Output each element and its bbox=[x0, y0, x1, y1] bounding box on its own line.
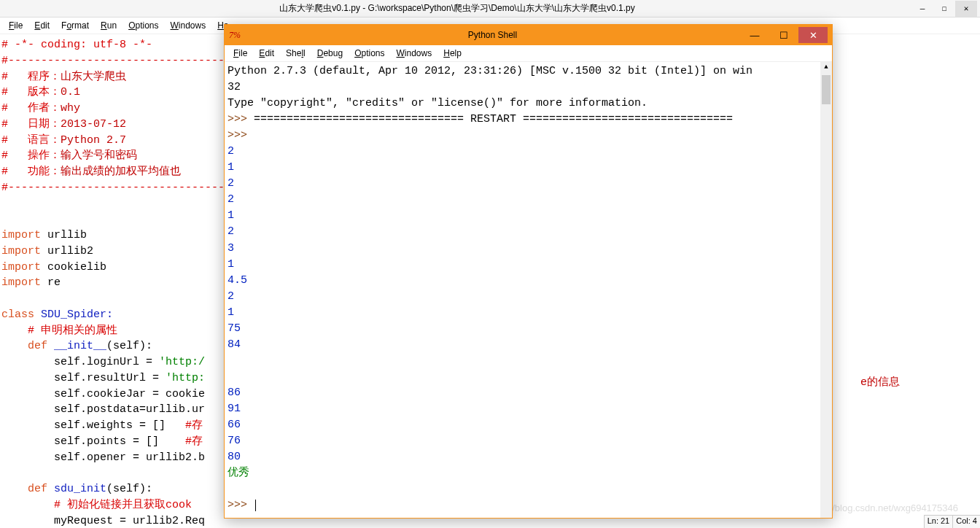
shell-output[interactable]: Python 2.7.3 (default, Apr 10 2012, 23:3… bbox=[225, 62, 832, 518]
shell-menubar: File Edit Shell Debug Options Windows He… bbox=[225, 45, 832, 62]
main-window-controls: — ☐ ✕ bbox=[911, 1, 977, 17]
shell-titlebar[interactable]: 7% Python Shell — ☐ ✕ bbox=[225, 25, 832, 45]
status-bar: Ln: 21 Col: 4 bbox=[924, 515, 980, 528]
maximize-button[interactable]: ☐ bbox=[933, 1, 955, 17]
shell-menu-file[interactable]: File bbox=[228, 47, 253, 60]
scroll-up-icon[interactable]: ▲ bbox=[820, 62, 832, 74]
menu-windows[interactable]: Windows bbox=[165, 19, 212, 32]
close-button[interactable]: ✕ bbox=[955, 1, 977, 17]
shell-close-button[interactable]: ✕ bbox=[798, 27, 828, 43]
shell-menu-edit[interactable]: Edit bbox=[253, 47, 280, 60]
shell-scrollbar[interactable]: ▲ bbox=[820, 62, 832, 518]
watermark-text: http://blog.csdn.net/wxg694175346 bbox=[811, 502, 958, 513]
menu-edit[interactable]: Edit bbox=[28, 19, 55, 32]
python-shell-window: 7% Python Shell — ☐ ✕ File Edit Shell De… bbox=[224, 24, 833, 519]
shell-menu-options[interactable]: Options bbox=[349, 47, 390, 60]
menu-format[interactable]: Format bbox=[55, 19, 95, 32]
shell-window-title: Python Shell bbox=[245, 30, 740, 40]
menu-file[interactable]: File bbox=[3, 19, 28, 32]
scroll-thumb[interactable] bbox=[822, 75, 831, 104]
menu-options[interactable]: Options bbox=[122, 19, 164, 32]
shell-cursor bbox=[255, 500, 256, 511]
shell-window-controls: — ☐ ✕ bbox=[740, 27, 828, 43]
status-line: Ln: 21 bbox=[924, 516, 953, 528]
main-window-title: 山东大学爬虫v0.1.py - G:\workspace\Python\爬虫学习… bbox=[3, 2, 911, 15]
minimize-button[interactable]: — bbox=[911, 1, 933, 17]
shell-menu-windows[interactable]: Windows bbox=[391, 47, 438, 60]
shell-menu-debug[interactable]: Debug bbox=[311, 47, 349, 60]
background-comment-fragment: e的信息 bbox=[860, 375, 900, 389]
menu-run[interactable]: Run bbox=[95, 19, 122, 32]
shell-minimize-button[interactable]: — bbox=[740, 27, 769, 43]
status-col: Col: 4 bbox=[952, 516, 980, 528]
shell-menu-shell[interactable]: Shell bbox=[280, 47, 311, 60]
shell-menu-help[interactable]: Help bbox=[438, 47, 467, 60]
main-titlebar: 山东大学爬虫v0.1.py - G:\workspace\Python\爬虫学习… bbox=[0, 0, 980, 18]
python-icon: 7% bbox=[229, 30, 241, 41]
shell-maximize-button[interactable]: ☐ bbox=[769, 27, 798, 43]
